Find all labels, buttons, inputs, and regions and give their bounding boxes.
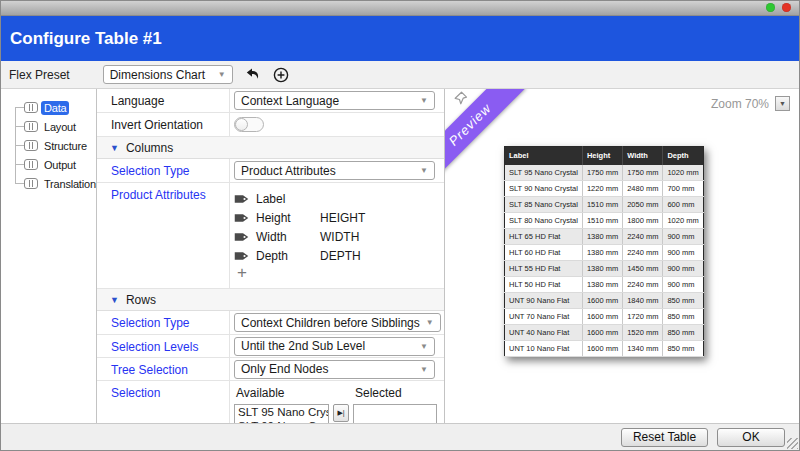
cell-height: 1380 mm: [582, 245, 622, 261]
tree-selection-value: Only End Nodes: [241, 362, 328, 376]
selection-label: Selection: [97, 381, 230, 423]
cell-width: 2050 mm: [623, 197, 663, 213]
toggle-knob: [235, 118, 248, 131]
window-minimize-button[interactable]: [766, 3, 775, 12]
resize-grip[interactable]: [787, 438, 798, 449]
available-listbox[interactable]: SLT 95 Nano Crystal SLT 90 Nano Crystal: [234, 404, 329, 423]
chevron-down-icon: ▼: [218, 70, 226, 79]
settings-tree: Data Layout Structure Output: [15, 98, 96, 193]
chevron-down-icon: ▼: [420, 365, 428, 374]
columns-section-header[interactable]: ▼ Columns: [97, 137, 444, 159]
tag-icon: [234, 194, 250, 204]
cell-label: UNT 10 Nano Flat: [505, 341, 583, 357]
preview-table-header-cell: Height: [582, 147, 622, 166]
cell-label: HLT 50 HD Flat: [505, 277, 583, 293]
rows-section-label: Rows: [126, 293, 156, 307]
cell-width: 1840 mm: [623, 293, 663, 309]
tree-item[interactable]: Layout: [15, 117, 96, 136]
dialog-body: Data Layout Structure Output: [1, 89, 799, 423]
cell-width: 1520 mm: [623, 325, 663, 341]
rows-selection-type-label: Selection Type: [97, 311, 230, 334]
selection-levels-select[interactable]: Until the 2nd Sub Level ▼: [234, 337, 435, 356]
zoom-level-label: Zoom 70%: [711, 97, 769, 111]
cell-height: 1750 mm: [582, 165, 622, 181]
cell-depth: 700 mm: [663, 181, 703, 197]
language-select[interactable]: Context Language ▼: [234, 91, 435, 110]
cell-width: 2240 mm: [623, 277, 663, 293]
tree-item[interactable]: Output: [15, 155, 96, 174]
table-row: HLT 60 HD Flat 1380 mm 2240 mm 900 mm: [505, 245, 704, 261]
language-label: Language: [97, 89, 230, 112]
product-attribute-item[interactable]: Height HEIGHT: [234, 208, 365, 227]
rows-section-header[interactable]: ▼ Rows: [97, 289, 444, 311]
cell-height: 1600 mm: [582, 309, 622, 325]
selected-listbox[interactable]: [353, 404, 437, 423]
preset-toolbar: Flex Preset Dimensions Chart ▼: [1, 61, 799, 89]
tree-item-label: Structure: [41, 139, 90, 153]
window-close-button[interactable]: [782, 3, 791, 12]
cell-label: HLT 55 HD Flat: [505, 261, 583, 277]
cell-height: 1380 mm: [582, 229, 622, 245]
rows-selection-type-select[interactable]: Context Children before Sibblings ▼: [234, 313, 441, 332]
tree-node-icon: [24, 121, 38, 132]
pin-icon[interactable]: [452, 90, 469, 110]
tree-item[interactable]: Data: [15, 98, 96, 117]
columns-selection-type-select[interactable]: Product Attributes ▼: [234, 161, 435, 180]
tree-item-label: Data: [41, 101, 69, 115]
tree-selection-row: Tree Selection Only End Nodes ▼: [97, 358, 444, 381]
cell-width: 1720 mm: [623, 309, 663, 325]
preview-panel: Preview Zoom 70% ▼ LabelHeightWidthDepth: [445, 89, 799, 423]
attribute-name: Depth: [256, 249, 320, 263]
attribute-name: Width: [256, 230, 320, 244]
add-preset-icon[interactable]: [273, 67, 289, 83]
tree-item-label: Layout: [41, 120, 79, 134]
chevron-down-icon: ▼: [420, 96, 428, 105]
preview-table-header-row: LabelHeightWidthDepth: [505, 147, 704, 166]
attribute-name: Height: [256, 211, 320, 225]
zoom-select-button[interactable]: ▼: [775, 96, 790, 111]
cell-height: 1380 mm: [582, 277, 622, 293]
product-attribute-item[interactable]: Label: [234, 189, 365, 208]
selected-header: Selected: [355, 386, 437, 401]
tag-icon: [234, 213, 250, 223]
tree-selection-label: Tree Selection: [97, 358, 230, 380]
selection-levels-row: Selection Levels Until the 2nd Sub Level…: [97, 335, 444, 358]
list-item[interactable]: SLT 95 Nano Crystal: [235, 405, 328, 419]
ok-button[interactable]: OK: [717, 428, 785, 447]
collapse-triangle-icon: ▼: [110, 295, 119, 305]
product-attributes-list: Label Height HEIGHT: [234, 189, 365, 265]
table-row: UNT 40 Nano Flat 1600 mm 1520 mm 850 mm: [505, 325, 704, 341]
tag-icon: [234, 232, 250, 242]
selection-levels-value: Until the 2nd Sub Level: [241, 339, 365, 353]
invert-orientation-toggle[interactable]: [234, 117, 264, 132]
tree-node-icon: [24, 178, 38, 189]
table-row: SLT 95 Nano Crystal 1750 mm 1750 mm 1020…: [505, 165, 704, 181]
cell-height: 1510 mm: [582, 197, 622, 213]
product-attribute-item[interactable]: Width WIDTH: [234, 227, 365, 246]
tree-item[interactable]: Structure: [15, 136, 96, 155]
tree-item[interactable]: Translations: [15, 174, 96, 193]
cell-width: 2240 mm: [623, 245, 663, 261]
cell-width: 1340 mm: [623, 341, 663, 357]
product-attribute-item[interactable]: Depth DEPTH: [234, 246, 365, 265]
tree-node-icon: [24, 140, 38, 151]
table-row: HLT 65 HD Flat 1380 mm 2240 mm 900 mm: [505, 229, 704, 245]
preview-table: LabelHeightWidthDepth SLT 95 Nano Crysta…: [504, 146, 704, 357]
move-right-button[interactable]: ▶|: [333, 404, 349, 422]
cell-depth: 900 mm: [663, 245, 703, 261]
selection-levels-label: Selection Levels: [97, 335, 230, 357]
cell-depth: 850 mm: [663, 325, 703, 341]
product-attributes-row: Product Attributes Label: [97, 183, 444, 289]
cell-label: UNT 90 Nano Flat: [505, 293, 583, 309]
reset-table-button[interactable]: Reset Table: [621, 428, 708, 447]
cell-height: 1380 mm: [582, 261, 622, 277]
tree-selection-select[interactable]: Only End Nodes ▼: [234, 360, 435, 379]
attribute-code: HEIGHT: [320, 211, 365, 225]
cell-label: SLT 95 Nano Crystal: [505, 165, 583, 181]
window-titlebar[interactable]: [1, 1, 799, 16]
preview-table-header-cell: Label: [505, 147, 583, 166]
undo-icon[interactable]: [245, 67, 261, 82]
add-attribute-button[interactable]: +: [234, 265, 247, 281]
preset-select[interactable]: Dimensions Chart ▼: [103, 65, 233, 84]
cell-depth: 850 mm: [663, 341, 703, 357]
